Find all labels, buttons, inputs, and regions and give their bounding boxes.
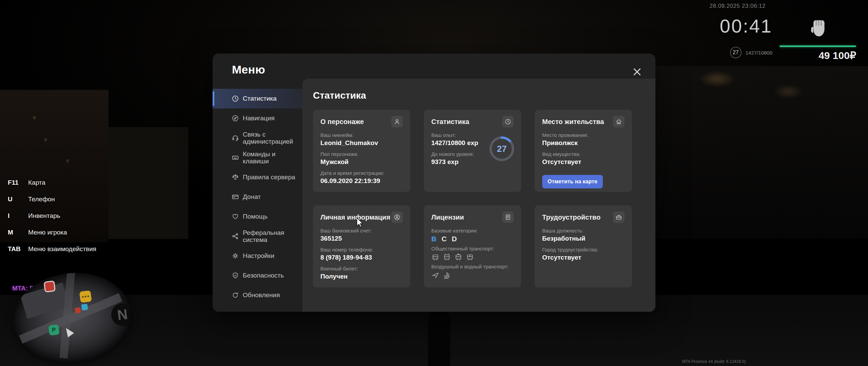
build-version: MTA Province #4 (build: 6.12419.0) xyxy=(682,359,746,364)
mark-on-map-button[interactable]: Отметить на карте xyxy=(542,175,603,188)
home-icon xyxy=(613,116,625,127)
compass-north-icon: N xyxy=(110,302,135,327)
sidebar-item-label: Статистика xyxy=(243,95,277,102)
menu-window: Меню Статистика Связь с администрацией Н… xyxy=(213,54,655,312)
minimap-marker-small-red xyxy=(75,307,81,313)
sidebar-item-settings[interactable]: Настройки xyxy=(213,246,302,266)
hotkey-label: Инвентарь xyxy=(28,212,60,220)
sidebar-item-label: Обновления xyxy=(243,291,280,299)
hotkey-key: F11 xyxy=(8,179,23,186)
gear-icon xyxy=(232,252,239,260)
hotkey-label: Телефон xyxy=(28,196,55,203)
sidebar-item-statistics[interactable]: Статистика xyxy=(213,89,302,108)
hotkey-row: TAB Меню взаимодействия xyxy=(8,245,96,253)
license-category-c: C xyxy=(441,235,447,243)
card-licenses: Лицензии Базовые категории: B C D Общест… xyxy=(424,205,521,287)
air-water-label: Воздушный и водный транспорт: xyxy=(431,264,514,269)
field-job-city: Город трудоустройства: Отсутствует xyxy=(542,247,625,261)
minimap-radar: P N xyxy=(8,266,136,366)
card-character: О персонаже Ваш никнейм: Leonid_Chumakov… xyxy=(313,110,410,192)
categories-label: Базовые категории: xyxy=(431,228,514,233)
share-icon xyxy=(232,232,239,240)
keyboard-icon xyxy=(232,154,239,161)
card-employment: Трудоустройство Ваша должность: Безработ… xyxy=(535,205,632,287)
sidebar-item-updates[interactable]: Обновления xyxy=(213,285,302,305)
shield-icon xyxy=(232,272,239,279)
air-water-icons xyxy=(431,271,514,279)
sidebar-item-navigation[interactable]: Связь с администрацией Навигация xyxy=(213,108,302,128)
hotkey-label: Меню игрока xyxy=(28,229,67,236)
sidebar-item-label: Связь с администрацией xyxy=(243,131,297,145)
clock-icon xyxy=(502,116,514,127)
hotkey-list: F11 Карта U Телефон I Инвентарь M Меню и… xyxy=(8,179,96,253)
sidebar-item-label: Донат xyxy=(243,193,261,200)
sidebar-item-admin-contact[interactable]: Связь с администрацией xyxy=(213,128,302,148)
sidebar-item-label: Безопасность xyxy=(243,272,284,279)
license-categories: B C D xyxy=(431,235,514,243)
hud-timer: 00:41 xyxy=(720,15,772,37)
card-title: Личная информация xyxy=(320,214,390,221)
tram-icon xyxy=(454,253,462,261)
fist-icon xyxy=(809,16,828,42)
public-transport-label: Общественный транспорт: xyxy=(431,246,514,251)
sidebar-item-label: Команды и клавиши xyxy=(243,150,297,165)
license-category-d: D xyxy=(452,235,457,243)
hotkey-row: M Меню игрока xyxy=(8,229,96,236)
card-residence: Место жительства Место проживания: Приво… xyxy=(535,110,632,192)
field-military-id: Военный билет: Получен xyxy=(320,266,403,280)
field-registration: Дата и время регистрации: 06.09.2020 22:… xyxy=(320,170,403,185)
scales-icon xyxy=(232,174,239,181)
level-number: 27 xyxy=(489,136,515,162)
card-title: Статистика xyxy=(431,118,469,126)
plane-icon xyxy=(431,271,439,279)
person-icon xyxy=(391,116,403,127)
hotkey-key: I xyxy=(8,212,23,220)
exp-text: 1427/10800 xyxy=(746,50,772,56)
license-category-b: B xyxy=(431,235,436,243)
menu-title: Меню xyxy=(232,63,265,76)
minimap-marker-red xyxy=(44,280,56,292)
hotkey-row: F11 Карта xyxy=(8,179,96,186)
close-icon[interactable] xyxy=(632,66,643,77)
stat-cards-grid: О персонаже Ваш никнейм: Leonid_Chumakov… xyxy=(313,110,655,287)
trolleybus-icon xyxy=(443,253,451,261)
sidebar-item-help[interactable]: Помощь xyxy=(213,207,302,226)
profile-icon xyxy=(391,211,403,223)
sidebar-item-commands[interactable]: Команды и клавиши xyxy=(213,148,302,167)
sidebar-item-donate[interactable]: Донат xyxy=(213,187,302,207)
card-personal-info: Личная информация Ваш банковский счет: 3… xyxy=(313,205,410,287)
exp-bar xyxy=(780,45,856,47)
sidebar-item-rules[interactable]: Правила сервера xyxy=(213,167,302,187)
briefcase-icon xyxy=(613,211,625,223)
headset-icon xyxy=(232,134,239,142)
sidebar-item-label: Реферальная система xyxy=(243,229,297,244)
card-title: О персонаже xyxy=(320,118,364,126)
card-statistics: Статистика Ваш опыт: 1427/10800 exp До н… xyxy=(424,110,521,192)
menu-content: Статистика О персонаже Ваш никнейм: Leon… xyxy=(302,79,655,312)
stats-icon xyxy=(232,95,239,102)
hotkey-row: U Телефон xyxy=(8,196,96,203)
hotkey-key: M xyxy=(8,229,23,236)
field-residence-city: Место проживания: Приволжск xyxy=(542,132,625,147)
menu-sidebar: Статистика Связь с администрацией Навига… xyxy=(213,89,302,305)
card-title: Место жительства xyxy=(542,118,604,126)
field-property: Вид имущества: Отсутствует xyxy=(542,151,625,166)
field-nickname: Ваш никнейм: Leonid_Chumakov xyxy=(320,132,403,147)
shuttle-icon xyxy=(466,253,474,261)
sidebar-item-security[interactable]: Безопасность xyxy=(213,266,302,285)
hud-datetime: 28.09.2025 23:06:12 xyxy=(710,3,766,9)
bus-icon xyxy=(431,253,439,261)
sidebar-item-label: Настройки xyxy=(243,252,274,259)
sidebar-item-referral[interactable]: Реферальная система xyxy=(213,226,302,246)
money-display: 49 100₽ xyxy=(818,49,856,61)
document-icon xyxy=(502,211,514,223)
field-bank-account: Ваш банковский счет: 365125 xyxy=(320,228,403,242)
minimap-marker-yellow xyxy=(79,290,92,303)
content-heading: Статистика xyxy=(313,90,655,101)
hotkey-label: Карта xyxy=(28,179,45,186)
field-gender: Пол персонажа: Мужской xyxy=(320,151,403,166)
minimap-parking-blip: P xyxy=(48,324,59,336)
ship-icon xyxy=(443,271,451,279)
heart-icon xyxy=(232,213,239,220)
level-progress-ring: 27 xyxy=(489,136,515,162)
